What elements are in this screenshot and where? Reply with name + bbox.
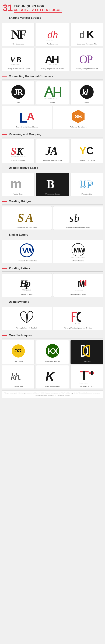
svg-text:A: A bbox=[25, 211, 34, 224]
svg-text:JR: JR bbox=[14, 87, 24, 97]
header-number: 31 bbox=[2, 3, 13, 12]
logo-card-different-levels: L A Connecting at Different Levels bbox=[2, 106, 52, 129]
footer-text: All logos are property of their respecti… bbox=[4, 392, 102, 396]
logo-label-lowercase-uppercase-mix: Lowercase-Uppercase Mix bbox=[77, 43, 96, 45]
logo-label-curved-strokes: Curved Strokes Between Letters bbox=[66, 226, 90, 228]
svg-text:K: K bbox=[16, 146, 24, 157]
logo-card-similar-strokes: VW Letters with Similar Strokes bbox=[2, 240, 52, 263]
logo-card-angled-vertical: AH ALAN HANNAH Making Angled Strokes Ver… bbox=[36, 48, 69, 71]
svg-text:YELLOW STROKE: YELLOW STROKE bbox=[80, 156, 90, 156]
section-title-more: More Techniques bbox=[2, 332, 103, 338]
svg-text:ALAN HANNAH: ALAN HANNAH bbox=[46, 64, 58, 66]
logo-card-angled: V B VILLABOUND Making Vertical Strokes A… bbox=[2, 48, 35, 71]
svg-text:kh.: kh. bbox=[11, 371, 21, 382]
logo-label-two-uppercase: Two Uppercase bbox=[12, 43, 24, 45]
section-title-rotating: Rotating Letters bbox=[2, 265, 103, 272]
logo-label-removing-part: Removing Part of a Stroke bbox=[43, 159, 62, 162]
page-wrapper: 31 TECHNIQUES FOR CREATIVE 2-LETTER LOGO… bbox=[0, 0, 105, 398]
logo-card-flattening-curve: SB Flattening Out a Curve bbox=[53, 106, 103, 129]
logo-label-angling-touch: Angling to Touch bbox=[21, 294, 33, 296]
footer: All logos are property of their respecti… bbox=[2, 390, 103, 398]
section-title-negative: Using Negative Space bbox=[2, 164, 103, 171]
svg-text:dh: dh bbox=[47, 28, 58, 40]
logo-label-cropping-both: Cropping Both Letters bbox=[79, 159, 95, 162]
logo-card-two-lowercase: dh diana haller Two Lowercase bbox=[36, 23, 69, 46]
logo-label-angled: Making Vertical Strokes Angled bbox=[7, 68, 30, 70]
logo-label-top: Top bbox=[17, 102, 20, 104]
section-removing-cropping: Removing and Cropping S K SALOME KLOPPEN… bbox=[2, 131, 103, 163]
section-title-symbols: Using Symbols bbox=[2, 298, 103, 305]
logo-label-barely-touching: Just Barely Touching bbox=[45, 360, 60, 362]
section-rotating-letters: Rotating Letters Hp SPARHANGERHORSECARE … bbox=[2, 265, 103, 297]
logo-card-variations-color: Tommy Chandra Variations in Color bbox=[70, 365, 103, 389]
logo-card-removing-strokes: S K SALOME KLOPPENSTEIN Removing Strokes bbox=[2, 139, 35, 163]
svg-text:AH: AH bbox=[45, 53, 58, 65]
logo-label-straight-curved: Blending Straight and Curved bbox=[76, 68, 98, 70]
svg-rect-49 bbox=[83, 371, 85, 380]
section-sharing-vertical-strokes: Sharing Vertical Strokes NF Two Uppercas… bbox=[2, 14, 103, 71]
section-title-bridges: Creating Bridges bbox=[2, 198, 103, 204]
svg-text:d: d bbox=[79, 29, 85, 40]
logo-card-cropping-both: Y C YELLOW STROKE Cropping Both Letters bbox=[70, 139, 103, 163]
svg-text:Hp: Hp bbox=[20, 278, 30, 289]
svg-text:VILLABOUND: VILLABOUND bbox=[10, 64, 20, 65]
logo-label-middle: Middle bbox=[50, 102, 55, 104]
logo-label-transparent-overlap: Transparent Overlap bbox=[45, 386, 60, 388]
logo-card-lower: kl Lower bbox=[70, 81, 103, 105]
svg-text:S: S bbox=[18, 211, 24, 224]
logo-card-removing-part: JA Removing Part of a Stroke bbox=[36, 139, 69, 163]
section-using-symbols: Using Symbols Turning Letters into Symbo… bbox=[2, 298, 103, 330]
logo-label-flattening-curve: Flattening Out a Curve bbox=[70, 126, 86, 128]
section-similar-letters: Similar Letters VW Letters with Similar … bbox=[2, 232, 103, 263]
section-title-connecting: Connecting Horizontal Crossbars bbox=[2, 73, 103, 80]
logo-card-mirrored-letters: MW MARKWEAVER DESIGN Mirrored Letters bbox=[53, 240, 103, 263]
logo-card-interlocking: Interlocking bbox=[70, 340, 103, 364]
logo-label-upside-down: Upside-Down Letters bbox=[70, 294, 86, 296]
svg-text:VW: VW bbox=[22, 247, 33, 254]
logo-card-manipulating-space: B Manipulating Space bbox=[36, 173, 69, 196]
svg-text:NF: NF bbox=[11, 28, 26, 42]
logo-label-two-lowercase: Two Lowercase bbox=[47, 43, 58, 45]
logo-label-different-levels: Connecting at Different Levels bbox=[16, 126, 38, 128]
logo-label-unbroken-line: Unbroken Line bbox=[82, 193, 92, 195]
logo-label-removing-strokes: Removing Strokes bbox=[12, 159, 25, 162]
logo-card-barely-touching: KX Just Barely Touching bbox=[36, 340, 69, 364]
logo-card-lowercase-uppercase-mix: d K Lowercase-Uppercase Mix bbox=[70, 23, 103, 46]
section-creating-bridges: Creating Bridges S A Adding Shapes/ Illu… bbox=[2, 198, 103, 230]
svg-text:K: K bbox=[86, 28, 94, 40]
svg-rect-42 bbox=[72, 312, 77, 313]
header-line2: CREATIVE 2-LETTER LOGOS bbox=[14, 8, 62, 12]
svg-text:ALIREZA HOLDING CO.: ALIREZA HOLDING CO. bbox=[44, 98, 58, 99]
svg-text:JA: JA bbox=[45, 144, 58, 157]
svg-text:OP: OP bbox=[79, 53, 92, 66]
logo-label-adding-shapes: Adding Shapes/ Illustrations bbox=[16, 226, 37, 228]
svg-text:A: A bbox=[27, 110, 35, 122]
svg-text:Tommy Chandra: Tommy Chandra bbox=[79, 382, 88, 384]
logo-card-inset-letters: CC Inset Letters bbox=[2, 340, 35, 364]
logo-label-adding-space: Adding Space bbox=[13, 193, 23, 195]
svg-text:V: V bbox=[10, 55, 16, 64]
logo-label-inset-letters: Inset Letters bbox=[14, 360, 23, 362]
logo-card-middle: ALIREZA HOLDING CO. Middle bbox=[36, 81, 69, 105]
svg-text:CC: CC bbox=[14, 348, 22, 353]
logo-label-manipulating-space: Manipulating Space bbox=[45, 193, 60, 195]
svg-text:S: S bbox=[11, 145, 16, 157]
logo-card-turning-negative-space: FIT CAT Turning Negative Space Into Symb… bbox=[53, 307, 103, 330]
svg-text:B: B bbox=[46, 177, 54, 191]
section-title-sharing: Sharing Vertical Strokes bbox=[2, 14, 103, 21]
logo-label-angled-vertical: Making Angled Strokes Vertical bbox=[41, 68, 64, 70]
logo-card-two-uppercase: NF Two Uppercase bbox=[2, 23, 35, 46]
section-title-removing: Removing and Cropping bbox=[2, 131, 103, 138]
svg-text:diana haller: diana haller bbox=[46, 39, 54, 41]
logo-label-turning-symbols: Turning Letters into Symbols bbox=[16, 327, 37, 329]
svg-text:C: C bbox=[86, 145, 94, 156]
logo-card-adding-space: m Adding Space bbox=[2, 173, 35, 196]
svg-rect-51 bbox=[91, 371, 92, 375]
logo-label-variations-color: Variations in Color bbox=[80, 386, 94, 388]
logo-card-handwritten: kh. Handwritten bbox=[2, 365, 35, 389]
section-more-techniques: More Techniques CC Inset Letters bbox=[2, 332, 103, 389]
logo-card-unbroken-line: UP Unbroken Line bbox=[70, 173, 103, 196]
svg-text:m: m bbox=[10, 176, 22, 191]
svg-text:kl: kl bbox=[82, 88, 88, 97]
svg-text:KX: KX bbox=[48, 347, 58, 356]
